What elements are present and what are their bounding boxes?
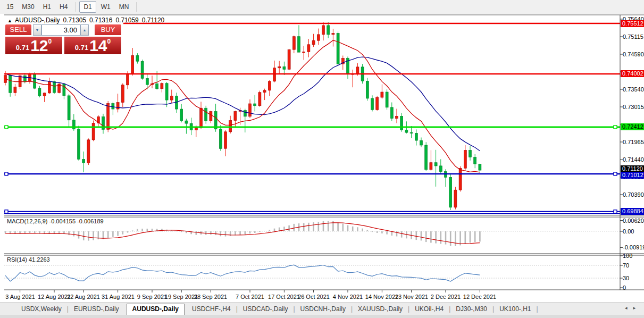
price-level-label: 0.69884: [621, 208, 644, 215]
chart-tab-dj30-m30[interactable]: DJ30-,M30: [450, 304, 492, 315]
price-level-label: 0.75512: [621, 20, 644, 27]
chart-tab-xauusd-daily[interactable]: XAUUSD-,Daily: [353, 304, 408, 315]
chart-tab-usdcad-daily[interactable]: USDCAD-,Daily: [238, 304, 294, 315]
tab-separator: |: [537, 305, 538, 315]
buy-price-box[interactable]: 0.71 14 0: [64, 37, 121, 54]
macd-main-value: -0.004155: [49, 218, 76, 224]
buy-price-prefix: 0.71: [75, 44, 88, 52]
volume-input[interactable]: [41, 24, 80, 36]
macd-tick-label: 0.00: [623, 228, 644, 235]
macd-tick-label: -0.009197: [623, 244, 644, 250]
one-click-trade-panel: SELL ▼ ▲ BUY 0.71 12 0 0.71 14 0: [5, 24, 121, 54]
symbol-collapse-icon[interactable]: ▲: [7, 18, 12, 23]
tab-scroll-arrows[interactable]: ◄►: [624, 306, 641, 311]
symbol-name: AUDUSD-,Daily: [15, 16, 60, 24]
chart-title: ▲AUDUSD-,Daily0.713050.713160.710590.711…: [7, 16, 168, 24]
tab-scroll-right-icon[interactable]: ►: [632, 306, 641, 311]
buy-button[interactable]: BUY: [95, 24, 121, 36]
chart-tab-usdchf-h4[interactable]: USDCHF-,H4: [187, 304, 236, 315]
rsi-tick-label: 70: [623, 262, 644, 269]
price-tick-label: 0.71440: [623, 156, 644, 163]
price-level-label: 0.71012: [621, 172, 644, 179]
date-tick-label: 23 Nov 2021: [393, 294, 430, 300]
chart-tab-uk100-h1[interactable]: UK100-,H1: [494, 304, 536, 315]
sell-price-pips: 12: [30, 38, 48, 54]
rsi-tick-label: 0: [623, 284, 644, 291]
price-tick-label: 0.71965: [623, 139, 644, 145]
chart-tab-bar: USDX,Weekly|EURUSD-,DailyAUDUSD-,DailyUS…: [0, 303, 644, 315]
date-tick-label: 4 Nov 2021: [329, 294, 366, 300]
sell-price-prefix: 0.71: [16, 44, 29, 52]
chart-tab-usdcnh-daily[interactable]: USDCNH-,Daily: [295, 304, 351, 315]
rsi-tick-label: 100: [623, 253, 644, 259]
macd-label: MACD(12,26,9) -0.004155 -0.006189: [7, 218, 104, 224]
chart-tab-usdx-weekly[interactable]: USDX,Weekly: [16, 304, 67, 315]
volume-increase-button[interactable]: ▲: [80, 24, 89, 36]
date-tick-label: 2 Dec 2021: [427, 294, 464, 300]
buy-price-point: 0: [107, 38, 111, 45]
price-tick-label: 0.75115: [623, 34, 644, 40]
price-tick-label: 0.74590: [623, 51, 644, 57]
sell-price-box[interactable]: 0.71 12 0: [5, 37, 62, 54]
sell-button[interactable]: SELL: [5, 24, 31, 36]
date-tick-label: 7 Oct 2021: [231, 294, 269, 300]
chart-tab-audusd-daily[interactable]: AUDUSD-,Daily: [127, 304, 185, 315]
price-tick-label: 0.70390: [623, 191, 644, 198]
macd-signal-value: -0.006189: [77, 218, 104, 224]
price-level-label: 0.72412: [621, 123, 644, 130]
ohlc-close: 0.71120: [142, 16, 165, 24]
date-tick-label: 26 Oct 2021: [295, 294, 332, 300]
date-tick-label: 12 Dec 2021: [461, 294, 498, 300]
date-tick-label: 22 Aug 2021: [65, 294, 102, 300]
sell-price-point: 0: [48, 38, 52, 45]
date-tick-label: 28 Sep 2021: [192, 294, 229, 300]
volume-decrease-button[interactable]: ▼: [33, 24, 41, 36]
tab-scroll-left-icon[interactable]: ◄: [624, 306, 632, 311]
buy-price-pips: 14: [89, 38, 107, 54]
ohlc-low: 0.71059: [115, 16, 138, 24]
macd-tick-label: 0.006201: [623, 217, 644, 224]
rsi-tick-label: 30: [623, 275, 644, 281]
rsi-label: RSI(14) 41.2263: [7, 256, 50, 263]
chart-tab-eurusd-daily[interactable]: EURUSD-,Daily: [69, 304, 124, 315]
rsi-value: 41.2263: [29, 256, 50, 263]
ohlc-open: 0.71305: [63, 16, 86, 24]
price-tick-label: 0.73540: [623, 86, 644, 93]
chart-tab-ukoil-h4[interactable]: UKOil-,H4: [409, 304, 449, 315]
price-tick-label: 0.73015: [623, 104, 644, 110]
date-tick-label: 3 Aug 2021: [2, 294, 39, 300]
price-level-label: 0.74002: [621, 70, 644, 77]
ohlc-high: 0.71316: [89, 16, 112, 24]
date-tick-label: 31 Aug 2021: [99, 294, 137, 300]
